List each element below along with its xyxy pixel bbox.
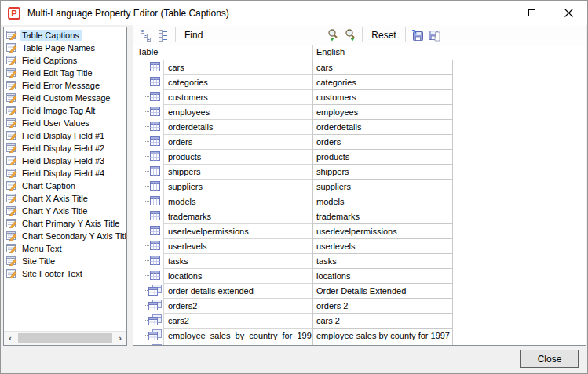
english-caption-cell[interactable]: categories — [312, 74, 453, 89]
english-caption-cell[interactable]: employee sales by county for 1997 — [312, 328, 453, 343]
table-row[interactable]: order details extended Order Details Ext… — [133, 283, 586, 298]
sidebar-item[interactable]: Field Captions — [5, 54, 126, 67]
sidebar-item-icon-slot — [6, 104, 20, 117]
english-caption-cell[interactable]: cars 2 — [312, 313, 453, 328]
table-row[interactable]: userlevelpermissions userlevelpermission… — [133, 223, 586, 238]
table-name-cell[interactable]: locations — [163, 268, 312, 283]
table-name-cell[interactable]: trademarks — [163, 209, 312, 223]
table-row[interactable]: employee_sales_by_country_for_1997 emplo… — [133, 328, 586, 343]
english-caption-cell[interactable]: cars — [312, 60, 453, 74]
english-caption-cell[interactable]: userlevels — [312, 238, 453, 253]
scroll-left-button[interactable]: ‹ — [4, 332, 16, 345]
save-file-button[interactable] — [426, 27, 444, 44]
sidebar-item[interactable]: Chart Primary Y Axis Title — [5, 217, 126, 230]
sidebar-item[interactable]: Field User Values — [5, 117, 126, 129]
sidebar-item-icon-slot — [6, 167, 20, 180]
table-row[interactable]: models models — [133, 194, 586, 209]
sidebar-item[interactable]: Chart Caption — [5, 180, 126, 192]
english-caption-cell[interactable]: Order Details Extended — [312, 283, 453, 298]
sidebar-item[interactable]: Field Image Tag Alt — [5, 104, 126, 117]
table-row[interactable]: trademarks trademarks — [133, 209, 586, 223]
close-button[interactable]: Close — [520, 350, 579, 368]
english-caption-cell[interactable]: orders — [312, 134, 453, 149]
table-row[interactable]: orders orders — [133, 134, 586, 149]
english-caption-cell[interactable]: trademarks — [312, 209, 453, 223]
table-row[interactable]: shippers shippers — [133, 164, 586, 179]
table-row[interactable]: products products — [133, 149, 586, 164]
sidebar-item[interactable]: Table Captions — [5, 29, 126, 42]
table-name-cell[interactable] — [163, 343, 312, 345]
sidebar-item[interactable]: Site Title — [5, 255, 126, 267]
table-name-cell[interactable]: products — [163, 149, 312, 164]
sidebar-item[interactable]: Field Display Field #4 — [5, 167, 126, 180]
english-caption-cell[interactable]: orderdetails — [312, 119, 453, 134]
sidebar-item[interactable]: Menu Text — [5, 242, 126, 255]
sidebar-horizontal-scrollbar[interactable]: ‹ › — [4, 331, 126, 345]
english-caption-cell[interactable]: locations — [312, 268, 453, 283]
table-name-cell[interactable]: orders — [163, 134, 312, 149]
table-name-cell[interactable]: tasks — [163, 253, 312, 268]
table-row-partial[interactable] — [133, 343, 586, 345]
sidebar-item[interactable]: Field Display Field #1 — [5, 129, 126, 142]
scrollbar-thumb[interactable] — [18, 333, 112, 343]
table-name-cell[interactable]: userlevelpermissions — [163, 223, 312, 238]
table-name-cell[interactable]: userlevels — [163, 238, 312, 253]
sidebar-item[interactable]: Chart Secondary Y Axis Title — [5, 230, 126, 242]
table-name-cell[interactable]: suppliers — [163, 179, 312, 194]
maximize-button[interactable] — [513, 1, 550, 25]
sidebar-item[interactable]: Site Footer Text — [5, 267, 126, 280]
minimize-button[interactable] — [477, 1, 513, 25]
sidebar-item[interactable]: Field Error Message — [5, 79, 126, 92]
table-name-cell[interactable]: cars — [163, 60, 312, 74]
table-row[interactable]: employees employees — [133, 104, 586, 119]
table-row[interactable]: tasks tasks — [133, 253, 586, 268]
find-previous-button[interactable] — [324, 27, 341, 44]
scroll-right-button[interactable]: › — [114, 332, 126, 345]
table-row[interactable]: suppliers suppliers — [133, 179, 586, 194]
find-next-button[interactable] — [341, 27, 359, 44]
sidebar-item[interactable]: Field Display Field #2 — [5, 142, 126, 154]
table-name-cell[interactable]: categories — [163, 74, 312, 89]
english-caption-cell[interactable]: shippers — [312, 164, 453, 179]
collapse-tree-button[interactable] — [137, 27, 155, 44]
table-row[interactable]: userlevels userlevels — [133, 238, 586, 253]
grid-header: Table English — [133, 45, 586, 60]
table-row[interactable]: categories categories — [133, 74, 586, 89]
sidebar-item[interactable]: Chart X Axis Title — [5, 192, 126, 205]
sidebar-item[interactable]: Table Page Names — [5, 42, 126, 54]
reset-button[interactable]: Reset — [366, 30, 401, 41]
english-caption-cell[interactable]: products — [312, 149, 453, 164]
table-name-cell[interactable]: employee_sales_by_country_for_1997 — [163, 328, 312, 343]
table-row[interactable]: orderdetails orderdetails — [133, 119, 586, 134]
sidebar-item-icon-slot — [6, 54, 20, 67]
table-row[interactable]: customers customers — [133, 89, 586, 104]
close-window-button[interactable] — [550, 1, 587, 25]
table-name-cell[interactable]: cars2 — [163, 313, 312, 328]
find-button[interactable]: Find — [179, 30, 208, 41]
english-caption-cell[interactable] — [312, 343, 453, 345]
english-caption-cell[interactable]: suppliers — [312, 179, 453, 194]
table-row[interactable]: cars2 cars 2 — [133, 313, 586, 328]
english-caption-cell[interactable]: models — [312, 194, 453, 209]
sidebar-item[interactable]: Field Edit Tag Title — [5, 67, 126, 79]
table-name-cell[interactable]: orderdetails — [163, 119, 312, 134]
english-caption-cell[interactable]: orders 2 — [312, 298, 453, 313]
table-name-cell[interactable]: order details extended — [163, 283, 312, 298]
sidebar-item[interactable]: Field Custom Message — [5, 92, 126, 104]
expand-list-button[interactable] — [155, 27, 172, 44]
table-name-cell[interactable]: orders2 — [163, 298, 312, 313]
english-caption-cell[interactable]: employees — [312, 104, 453, 119]
table-name-cell[interactable]: employees — [163, 104, 312, 119]
english-caption-cell[interactable]: tasks — [312, 253, 453, 268]
english-caption-cell[interactable]: customers — [312, 89, 453, 104]
table-row[interactable]: cars cars — [133, 60, 586, 74]
sidebar-item[interactable]: Chart Y Axis Title — [5, 205, 126, 217]
table-row[interactable]: locations locations — [133, 268, 586, 283]
english-caption-cell[interactable]: userlevelpermissions — [312, 223, 453, 238]
sidebar-item[interactable]: Field Display Field #3 — [5, 154, 126, 167]
table-name-cell[interactable]: shippers — [163, 164, 312, 179]
load-file-button[interactable] — [409, 27, 426, 44]
table-name-cell[interactable]: customers — [163, 89, 312, 104]
table-row[interactable]: orders2 orders 2 — [133, 298, 586, 313]
table-name-cell[interactable]: models — [163, 194, 312, 209]
